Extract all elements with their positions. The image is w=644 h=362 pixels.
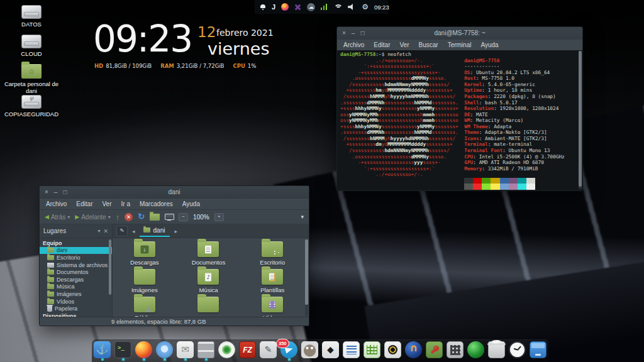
close-icon[interactable]: × xyxy=(342,27,346,40)
clipboard-indicator-icon[interactable] xyxy=(294,4,301,11)
volume-indicator-icon[interactable] xyxy=(348,4,356,10)
dock-item-libreoffice-calc[interactable] xyxy=(364,341,380,360)
terminal-menu-terminal[interactable]: Terminal xyxy=(448,41,472,48)
dock-item-firefox[interactable] xyxy=(135,341,152,360)
desktop-icon-copiaseguridad[interactable]: ψCOPIASEGURIDAD xyxy=(0,95,63,118)
terminal-menu-ver[interactable]: Ver xyxy=(399,41,409,48)
refresh-button[interactable]: ↻ xyxy=(138,212,145,221)
fm-menu-ir-a[interactable]: Ir a xyxy=(121,200,130,207)
home-button[interactable] xyxy=(150,214,160,221)
fm-menu-ver[interactable]: Ver xyxy=(102,200,111,207)
path-right-arrow-icon[interactable]: ▸ xyxy=(174,228,177,234)
dock-item-music-player[interactable] xyxy=(405,341,422,360)
fm-menu-ayuda[interactable]: Ayuda xyxy=(182,200,200,207)
forward-button[interactable]: ▶ Adelante ▾ xyxy=(75,214,110,221)
view-dropdown-icon[interactable]: ▾ xyxy=(301,214,304,220)
document-emblem-icon xyxy=(205,246,211,254)
terminal-output-line: -+sssssssssssssssssyyyssss+- GPU: AMD AT… xyxy=(340,160,582,166)
cloud-sync-indicator-icon[interactable] xyxy=(307,3,315,11)
sidebar-item-descargas[interactable]: Descargas xyxy=(40,276,112,283)
back-history-caret-icon[interactable]: ▾ xyxy=(67,214,70,220)
files-scrollbar[interactable] xyxy=(305,239,308,316)
dock-item-gimp[interactable] xyxy=(301,341,318,360)
minimize-icon[interactable]: – xyxy=(54,186,58,199)
path-button-dani[interactable]: dani xyxy=(140,226,170,237)
stop-button[interactable]: ✕ xyxy=(125,213,133,221)
dock-item-filezilla[interactable]: FZ xyxy=(239,341,256,360)
file-im-genes[interactable]: Imágenes xyxy=(113,269,177,293)
up-button[interactable]: ↑ xyxy=(116,213,120,221)
terminal-output[interactable]: dani@MS-7758:~$ neofetch .-/+oossssoo+/-… xyxy=(337,50,582,190)
sidebar-item-im-genes[interactable]: Imágenes xyxy=(40,290,112,298)
fm-menu-editar[interactable]: Editar xyxy=(76,200,92,207)
close-icon[interactable]: × xyxy=(45,186,48,199)
terminal-menu-archivo[interactable]: Archivo xyxy=(343,41,364,48)
terminal-menu-editar[interactable]: Editar xyxy=(374,41,390,48)
terminal-menu-ayuda[interactable]: Ayuda xyxy=(480,41,498,48)
zoom-out-button[interactable]: − xyxy=(179,213,188,221)
maximize-icon[interactable]: □ xyxy=(63,186,67,199)
file-plantillas[interactable]: Plantillas xyxy=(240,269,304,293)
terminal-menu-buscar[interactable]: Buscar xyxy=(419,41,438,48)
sidebar-item-m-sica[interactable]: Música xyxy=(40,283,112,291)
wifi-indicator-icon[interactable] xyxy=(333,4,342,10)
maximize-icon[interactable]: □ xyxy=(360,27,364,40)
desktop-icon-carpeta-personal-de-dani[interactable]: Carpeta personal de dani xyxy=(0,61,63,94)
edit-location-button[interactable]: ✎ xyxy=(116,226,128,236)
notification-bell-icon[interactable] xyxy=(260,4,266,10)
dock-item-inkscape[interactable] xyxy=(322,341,339,360)
sidebar-close-icon[interactable]: ✕ xyxy=(103,228,108,234)
file-escritorio[interactable]: Escritorio xyxy=(240,241,304,266)
sidebar-item-documentos[interactable]: Documentos xyxy=(40,268,112,276)
dock-item-recorder[interactable] xyxy=(467,341,484,360)
dock-item-docky-anchor[interactable] xyxy=(94,341,111,360)
sidebar-item-dani[interactable]: dani xyxy=(40,247,112,255)
zoom-in-button[interactable]: + xyxy=(214,213,224,221)
dock-item-telegram[interactable]: 350 xyxy=(280,341,297,360)
sidebar-item-v-deos[interactable]: Vídeos xyxy=(40,298,112,305)
dock-item-chromium[interactable] xyxy=(156,341,173,360)
running-indicator-icon xyxy=(164,358,166,361)
terminal-scrollbar[interactable] xyxy=(579,51,582,189)
settings-indicator-icon[interactable] xyxy=(362,3,369,11)
fm-menu-marcadores[interactable]: Marcadores xyxy=(140,200,173,207)
fm-menu-archivo[interactable]: Archivo xyxy=(46,200,67,207)
dock-item-clock-applet[interactable] xyxy=(509,341,526,360)
jdownloader-icon[interactable] xyxy=(272,3,275,11)
sidebar-item-escritorio[interactable]: Escritorio xyxy=(40,254,112,261)
file-m-sica[interactable]: Música xyxy=(177,269,241,293)
panel-clock[interactable]: 09:23 xyxy=(374,4,389,11)
hotspot-indicator-icon[interactable] xyxy=(281,3,289,11)
network-speed-indicator-icon[interactable] xyxy=(321,4,328,10)
minimize-icon[interactable]: – xyxy=(352,27,355,40)
sidebar-scrollbar[interactable] xyxy=(109,239,111,316)
file-documentos[interactable]: Documentos xyxy=(177,241,241,266)
back-button[interactable]: ◀ Atrás ▾ xyxy=(45,214,70,221)
sidebar-pane-title[interactable]: Lugares xyxy=(43,228,94,234)
dock-item-terminal[interactable]: >_ xyxy=(114,341,131,360)
sidebar-pane-caret-icon[interactable]: ▾ xyxy=(97,228,100,234)
file-manager-titlebar[interactable]: × – □ dani xyxy=(40,186,309,199)
dock-item-calculator[interactable] xyxy=(447,341,464,360)
dock-item-trash[interactable] xyxy=(488,341,505,360)
dock-item-audio-speaker-app[interactable] xyxy=(384,341,401,360)
desktop-icon-datos[interactable]: DATOS xyxy=(0,5,63,28)
terminal-titlebar[interactable]: × – □ dani@MS-7758: ~ xyxy=(337,27,582,40)
dock-item-text-editor[interactable] xyxy=(260,341,277,360)
sidebar-item-equipo[interactable]: Equipo xyxy=(40,239,112,247)
dock-item-mail-client[interactable] xyxy=(177,341,194,360)
computer-button[interactable] xyxy=(165,214,174,221)
sidebar-item-papelera[interactable]: Papelera xyxy=(40,305,112,312)
path-left-arrow-icon[interactable]: ◂ xyxy=(132,228,135,234)
dock-item-file-cabinet[interactable] xyxy=(197,341,214,360)
dock-item-toolbox[interactable] xyxy=(426,341,443,360)
sidebar-item-sistema-de-archivos[interactable]: Sistema de archivos xyxy=(40,261,112,269)
file-label: Música xyxy=(199,287,218,293)
desktop-icon-cloud[interactable]: CLOUD xyxy=(0,35,63,57)
dock-item-libreoffice-writer[interactable] xyxy=(343,341,360,360)
dock-item-web-app-green[interactable] xyxy=(218,341,235,360)
file-descargas[interactable]: Descargas xyxy=(113,241,177,266)
dock-item-show-desktop[interactable] xyxy=(530,341,547,360)
terminal-output-line: .ossssssssssssssssssdMMMNysssso. CPU: In… xyxy=(340,154,582,160)
forward-history-caret-icon[interactable]: ▾ xyxy=(108,214,111,220)
